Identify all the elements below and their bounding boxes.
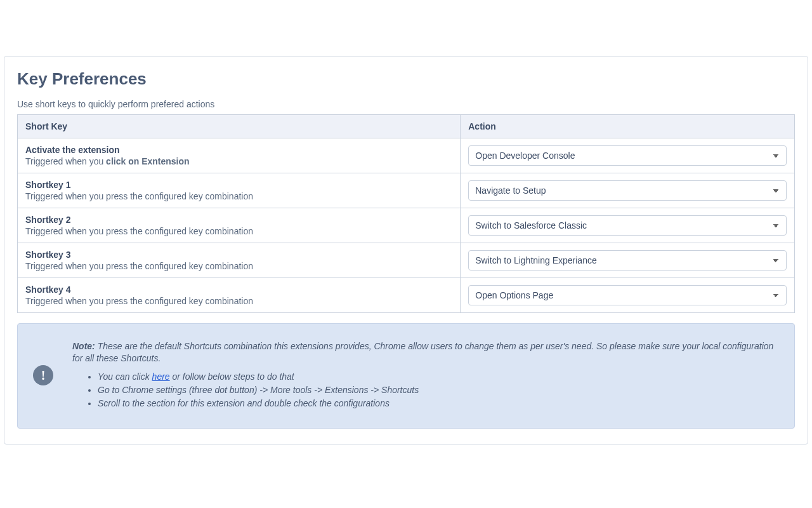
- note-text: These are the default Shortcuts combinat…: [72, 341, 773, 363]
- shortkey-name: Shortkey 1: [25, 180, 452, 190]
- table-row: Shortkey 1 Triggered when you press the …: [18, 173, 795, 208]
- note-body: Note: These are the default Shortcuts co…: [72, 340, 779, 410]
- preferences-card: Key Preferences Use short keys to quickl…: [4, 56, 808, 444]
- shortkey-desc: Triggered when you press the configured …: [25, 226, 452, 236]
- page-subtitle: Use short keys to quickly perform prefer…: [17, 99, 795, 109]
- note-link-here[interactable]: here: [152, 371, 170, 382]
- shortkey-desc: Triggered when you press the configured …: [25, 191, 452, 201]
- action-select-0[interactable]: Open Developer Console: [468, 145, 787, 166]
- note-bullet: Scroll to the section for this extension…: [98, 398, 779, 410]
- shortkey-desc: Triggered when you press the configured …: [25, 261, 452, 271]
- note-box: ! Note: These are the default Shortcuts …: [17, 323, 795, 429]
- shortkey-desc: Triggered when you click on Exntension: [25, 156, 452, 166]
- shortkey-name: Shortkey 3: [25, 250, 452, 260]
- note-label: Note:: [72, 341, 95, 351]
- shortkey-desc: Triggered when you press the configured …: [25, 296, 452, 306]
- table-row: Shortkey 2 Triggered when you press the …: [18, 208, 795, 243]
- shortkey-name: Activate the extension: [25, 145, 452, 155]
- table-row: Shortkey 3 Triggered when you press the …: [18, 243, 795, 278]
- th-action: Action: [461, 115, 795, 138]
- note-bullet-list: You can click here or follow below steps…: [72, 371, 779, 410]
- action-select-3[interactable]: Switch to Lightning Experiance: [468, 250, 787, 271]
- table-row: Shortkey 4 Triggered when you press the …: [18, 278, 795, 313]
- action-select-4[interactable]: Open Options Page: [468, 285, 787, 305]
- action-select-1[interactable]: Navigate to Setup: [468, 180, 787, 201]
- shortkey-name: Shortkey 2: [25, 215, 452, 225]
- action-select-2[interactable]: Switch to Salesforce Classic: [468, 215, 787, 236]
- shortkey-table: Short Key Action Activate the extension …: [17, 114, 795, 313]
- note-bullet: You can click here or follow below steps…: [98, 371, 779, 383]
- th-shortkey: Short Key: [18, 115, 461, 138]
- page-title: Key Preferences: [17, 69, 795, 89]
- table-row: Activate the extension Triggered when yo…: [18, 138, 795, 173]
- shortkey-name: Shortkey 4: [25, 284, 452, 295]
- note-bullet: Go to Chrome settings (three dot button)…: [98, 384, 779, 396]
- warning-icon: !: [33, 365, 53, 385]
